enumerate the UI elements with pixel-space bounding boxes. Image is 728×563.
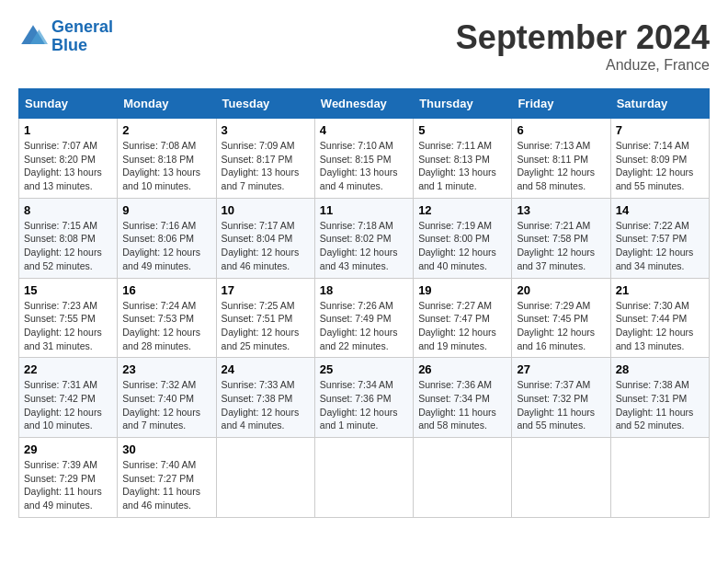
day-number: 29 — [24, 442, 112, 456]
day-info: Sunrise: 7:15 AM Sunset: 8:08 PM Dayligh… — [24, 219, 112, 273]
calendar-cell: 11Sunrise: 7:18 AM Sunset: 8:02 PM Dayli… — [314, 198, 413, 278]
calendar-cell: 8Sunrise: 7:15 AM Sunset: 8:08 PM Daylig… — [19, 198, 118, 278]
day-number: 23 — [122, 362, 210, 376]
weekday-header-monday: Monday — [118, 89, 216, 119]
day-info: Sunrise: 7:27 AM Sunset: 7:47 PM Dayligh… — [418, 299, 506, 353]
weekday-header-tuesday: Tuesday — [216, 89, 314, 119]
day-number: 2 — [122, 123, 210, 137]
calendar-week-row: 29Sunrise: 7:39 AM Sunset: 7:29 PM Dayli… — [19, 438, 710, 518]
day-number: 30 — [122, 442, 210, 456]
calendar-cell: 26Sunrise: 7:36 AM Sunset: 7:34 PM Dayli… — [414, 358, 512, 438]
day-info: Sunrise: 7:25 AM Sunset: 7:51 PM Dayligh… — [222, 299, 310, 353]
calendar-cell: 25Sunrise: 7:34 AM Sunset: 7:36 PM Dayli… — [314, 358, 413, 438]
logo: General Blue — [18, 18, 113, 55]
day-number: 20 — [517, 283, 605, 297]
calendar-cell: 3Sunrise: 7:09 AM Sunset: 8:17 PM Daylig… — [216, 119, 314, 199]
day-number: 14 — [616, 203, 704, 217]
calendar-week-row: 8Sunrise: 7:15 AM Sunset: 8:08 PM Daylig… — [19, 198, 710, 278]
calendar-cell: 23Sunrise: 7:32 AM Sunset: 7:40 PM Dayli… — [118, 358, 216, 438]
location: Anduze, France — [456, 57, 710, 74]
day-number: 3 — [222, 123, 310, 137]
logo-text: General Blue — [51, 18, 113, 55]
day-number: 1 — [24, 123, 112, 137]
day-info: Sunrise: 7:21 AM Sunset: 7:58 PM Dayligh… — [517, 219, 605, 273]
day-info: Sunrise: 7:37 AM Sunset: 7:32 PM Dayligh… — [517, 378, 605, 432]
calendar-cell: 27Sunrise: 7:37 AM Sunset: 7:32 PM Dayli… — [512, 358, 610, 438]
calendar-cell: 14Sunrise: 7:22 AM Sunset: 7:57 PM Dayli… — [610, 198, 709, 278]
day-info: Sunrise: 7:23 AM Sunset: 7:55 PM Dayligh… — [24, 299, 112, 353]
day-info: Sunrise: 7:30 AM Sunset: 7:44 PM Dayligh… — [616, 299, 704, 353]
day-number: 28 — [616, 362, 704, 376]
calendar-cell: 30Sunrise: 7:40 AM Sunset: 7:27 PM Dayli… — [118, 438, 216, 518]
day-number: 27 — [517, 362, 605, 376]
day-info: Sunrise: 7:13 AM Sunset: 8:11 PM Dayligh… — [517, 139, 605, 193]
day-info: Sunrise: 7:36 AM Sunset: 7:34 PM Dayligh… — [418, 378, 506, 432]
calendar-cell: 24Sunrise: 7:33 AM Sunset: 7:38 PM Dayli… — [216, 358, 314, 438]
day-info: Sunrise: 7:31 AM Sunset: 7:42 PM Dayligh… — [24, 378, 112, 432]
calendar-cell: 7Sunrise: 7:14 AM Sunset: 8:09 PM Daylig… — [610, 119, 709, 199]
day-info: Sunrise: 7:24 AM Sunset: 7:53 PM Dayligh… — [122, 299, 210, 353]
day-info: Sunrise: 7:22 AM Sunset: 7:57 PM Dayligh… — [616, 219, 704, 273]
logo-icon — [18, 22, 48, 52]
day-number: 11 — [320, 203, 408, 217]
calendar-cell — [610, 438, 709, 518]
weekday-header-sunday: Sunday — [19, 89, 118, 119]
calendar-cell: 28Sunrise: 7:38 AM Sunset: 7:31 PM Dayli… — [610, 358, 709, 438]
calendar-cell: 17Sunrise: 7:25 AM Sunset: 7:51 PM Dayli… — [216, 278, 314, 358]
calendar-cell: 16Sunrise: 7:24 AM Sunset: 7:53 PM Dayli… — [118, 278, 216, 358]
day-number: 9 — [122, 203, 210, 217]
weekday-header-saturday: Saturday — [610, 89, 709, 119]
title-block: September 2024 Anduze, France — [456, 18, 710, 74]
calendar-week-row: 15Sunrise: 7:23 AM Sunset: 7:55 PM Dayli… — [19, 278, 710, 358]
calendar-cell: 13Sunrise: 7:21 AM Sunset: 7:58 PM Dayli… — [512, 198, 610, 278]
day-number: 12 — [418, 203, 506, 217]
day-number: 22 — [24, 362, 112, 376]
day-info: Sunrise: 7:07 AM Sunset: 8:20 PM Dayligh… — [24, 139, 112, 193]
day-info: Sunrise: 7:34 AM Sunset: 7:36 PM Dayligh… — [320, 378, 408, 432]
day-number: 16 — [122, 283, 210, 297]
calendar-cell: 2Sunrise: 7:08 AM Sunset: 8:18 PM Daylig… — [118, 119, 216, 199]
day-info: Sunrise: 7:29 AM Sunset: 7:45 PM Dayligh… — [517, 299, 605, 353]
page-header: General Blue September 2024 Anduze, Fran… — [18, 18, 710, 74]
day-info: Sunrise: 7:14 AM Sunset: 8:09 PM Dayligh… — [616, 139, 704, 193]
day-number: 18 — [320, 283, 408, 297]
calendar-cell: 9Sunrise: 7:16 AM Sunset: 8:06 PM Daylig… — [118, 198, 216, 278]
day-number: 10 — [222, 203, 310, 217]
day-number: 24 — [222, 362, 310, 376]
calendar-cell: 5Sunrise: 7:11 AM Sunset: 8:13 PM Daylig… — [414, 119, 512, 199]
calendar-cell: 4Sunrise: 7:10 AM Sunset: 8:15 PM Daylig… — [314, 119, 413, 199]
weekday-header-row: SundayMondayTuesdayWednesdayThursdayFrid… — [19, 89, 710, 119]
day-info: Sunrise: 7:11 AM Sunset: 8:13 PM Dayligh… — [418, 139, 506, 193]
day-info: Sunrise: 7:40 AM Sunset: 7:27 PM Dayligh… — [122, 458, 210, 512]
calendar-cell: 10Sunrise: 7:17 AM Sunset: 8:04 PM Dayli… — [216, 198, 314, 278]
day-number: 26 — [418, 362, 506, 376]
calendar-cell: 6Sunrise: 7:13 AM Sunset: 8:11 PM Daylig… — [512, 119, 610, 199]
day-info: Sunrise: 7:18 AM Sunset: 8:02 PM Dayligh… — [320, 219, 408, 273]
day-number: 4 — [320, 123, 408, 137]
month-title: September 2024 — [456, 18, 710, 57]
day-info: Sunrise: 7:32 AM Sunset: 7:40 PM Dayligh… — [122, 378, 210, 432]
calendar-cell: 22Sunrise: 7:31 AM Sunset: 7:42 PM Dayli… — [19, 358, 118, 438]
calendar-cell — [414, 438, 512, 518]
calendar-cell — [512, 438, 610, 518]
day-number: 17 — [222, 283, 310, 297]
calendar-week-row: 1Sunrise: 7:07 AM Sunset: 8:20 PM Daylig… — [19, 119, 710, 199]
day-info: Sunrise: 7:09 AM Sunset: 8:17 PM Dayligh… — [222, 139, 310, 193]
calendar-week-row: 22Sunrise: 7:31 AM Sunset: 7:42 PM Dayli… — [19, 358, 710, 438]
weekday-header-friday: Friday — [512, 89, 610, 119]
day-info: Sunrise: 7:10 AM Sunset: 8:15 PM Dayligh… — [320, 139, 408, 193]
calendar-table: SundayMondayTuesdayWednesdayThursdayFrid… — [18, 88, 710, 518]
day-number: 8 — [24, 203, 112, 217]
calendar-cell — [314, 438, 413, 518]
day-number: 5 — [418, 123, 506, 137]
calendar-cell — [216, 438, 314, 518]
calendar-cell: 18Sunrise: 7:26 AM Sunset: 7:49 PM Dayli… — [314, 278, 413, 358]
day-number: 25 — [320, 362, 408, 376]
day-info: Sunrise: 7:16 AM Sunset: 8:06 PM Dayligh… — [122, 219, 210, 273]
day-info: Sunrise: 7:38 AM Sunset: 7:31 PM Dayligh… — [616, 378, 704, 432]
day-number: 21 — [616, 283, 704, 297]
day-info: Sunrise: 7:17 AM Sunset: 8:04 PM Dayligh… — [222, 219, 310, 273]
day-number: 19 — [418, 283, 506, 297]
calendar-cell: 19Sunrise: 7:27 AM Sunset: 7:47 PM Dayli… — [414, 278, 512, 358]
day-number: 6 — [517, 123, 605, 137]
